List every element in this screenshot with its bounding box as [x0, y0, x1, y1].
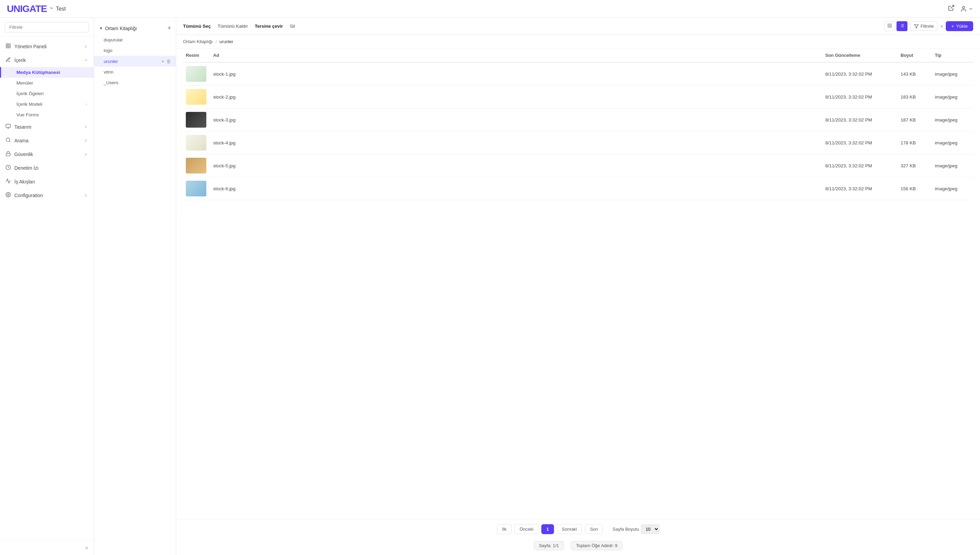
svg-rect-14	[888, 24, 889, 25]
sidebar-item-label-denetim: Denetim İzi	[14, 165, 38, 171]
file-size-cell: 327 KB	[898, 154, 932, 177]
table-row[interactable]: stock-1.jpg 8/11/2023, 3:32:02 PM 143 KB…	[183, 62, 973, 85]
folder-item-users[interactable]: _Users	[94, 77, 176, 88]
file-thumbnail-cell	[183, 109, 210, 132]
page-prev-button[interactable]: Önceki	[514, 524, 538, 534]
file-thumbnail	[186, 89, 206, 105]
sidebar: Yönetim Paneli İçerik Medya Kütüphanesi	[0, 18, 94, 555]
svg-line-10	[9, 141, 10, 142]
sidebar-item-label-yonetim: Yönetim Paneli	[14, 44, 47, 49]
chevron-right-guvenlik-icon	[83, 152, 88, 157]
page-first-button[interactable]: İlk	[497, 524, 512, 534]
file-thumbnail	[186, 135, 206, 151]
folder-delete-urunler-button[interactable]: 🗑	[166, 58, 171, 64]
view-grid-button[interactable]	[884, 21, 895, 31]
sidebar-item-guvenlik[interactable]: Güvenlik	[0, 148, 94, 161]
file-name-cell: stock-2.jpg	[210, 85, 823, 109]
file-name-cell: stock-5.jpg	[210, 154, 823, 177]
folder-item-urunler[interactable]: urunler + 🗑	[94, 56, 176, 67]
file-thumbnail	[186, 158, 206, 173]
deselect-all-button[interactable]: Tümünü Kaldır	[218, 22, 248, 30]
is-akislari-icon	[5, 178, 11, 185]
user-menu[interactable]	[960, 5, 973, 12]
file-name-cell: stock-6.jpg	[210, 177, 823, 200]
svg-rect-4	[8, 46, 10, 48]
file-thumbnail-cell	[183, 177, 210, 200]
chevron-right-arama-icon	[83, 138, 88, 143]
folder-add-urunler-button[interactable]: +	[162, 58, 164, 64]
filter-label: Filtrele	[921, 24, 934, 29]
sidebar-item-label-icerik: İçerik	[14, 58, 26, 63]
folder-item-duyurular[interactable]: duyurular	[94, 35, 176, 45]
page-next-button[interactable]: Sonraki	[557, 524, 582, 534]
external-link-icon[interactable]	[948, 5, 955, 13]
sidebar-subitem-menuler[interactable]: Menüler	[0, 78, 94, 88]
filter-button[interactable]: Filtrele	[910, 22, 938, 31]
folder-panel-header[interactable]: ▼ Ortam Kitaplığı +	[94, 22, 176, 35]
main-layout: Yönetim Paneli İçerik Medya Kütüphanesi	[0, 18, 980, 555]
app-name: Test	[56, 6, 66, 12]
svg-rect-15	[890, 24, 891, 25]
pagination-area: İlk Önceki 1 Sonraki Son Sayfa Boyutu 10…	[176, 519, 980, 555]
file-type-cell: image/jpeg	[932, 62, 973, 85]
content-area: Tümünü Seç Tümünü Kaldır Tersine çevir S…	[176, 18, 980, 555]
sidebar-item-is-akislari[interactable]: İş Akışları	[0, 175, 94, 189]
table-row[interactable]: stock-6.jpg 8/11/2023, 3:32:02 PM 156 KB…	[183, 177, 973, 200]
upload-plus-icon: +	[951, 24, 954, 29]
sidebar-item-arama[interactable]: Arama	[0, 134, 94, 148]
filter-clear-button[interactable]: ×	[940, 24, 943, 29]
upload-button[interactable]: + Yükle	[946, 21, 973, 31]
page-size-dropdown[interactable]: 10 25 50	[641, 525, 659, 534]
svg-marker-24	[914, 24, 918, 28]
file-type-cell: image/jpeg	[932, 177, 973, 200]
top-header: UNIGATE ™ Test	[0, 0, 980, 18]
file-thumbnail-cell	[183, 132, 210, 154]
delete-button[interactable]: Sil	[290, 22, 295, 30]
table-row[interactable]: stock-5.jpg 8/11/2023, 3:32:02 PM 327 KB…	[183, 154, 973, 177]
breadcrumb-root[interactable]: Ortam Kitaplığı	[183, 39, 213, 44]
folder-panel-title: Ortam Kitaplığı	[105, 26, 137, 31]
col-header-type: Tip	[932, 48, 973, 62]
file-thumbnail	[186, 112, 206, 128]
page-last-button[interactable]: Son	[585, 524, 603, 534]
file-table-body: stock-1.jpg 8/11/2023, 3:32:02 PM 143 KB…	[183, 62, 973, 200]
folder-label-vitrin: vitrin	[104, 69, 114, 75]
svg-rect-2	[6, 44, 8, 45]
svg-rect-5	[6, 46, 8, 48]
page-size-select: Sayfa Boyutu 10 25 50	[613, 525, 659, 534]
view-list-button[interactable]	[897, 21, 908, 31]
file-thumbnail	[186, 66, 206, 82]
reverse-button[interactable]: Tersine çevir	[255, 22, 283, 30]
upload-label: Yükle	[956, 24, 968, 29]
page-1-button[interactable]: 1	[541, 524, 554, 534]
folder-item-vitrin[interactable]: vitrin	[94, 67, 176, 77]
sidebar-item-icerik[interactable]: İçerik	[0, 53, 94, 67]
sidebar-subitem-icerik-modeli[interactable]: İçerik Modeli	[0, 99, 94, 109]
svg-rect-16	[890, 26, 891, 27]
folder-item-logo[interactable]: logo	[94, 45, 176, 56]
breadcrumb: Ortam Kitaplığı / urunler	[176, 35, 980, 48]
pagination-bar: İlk Önceki 1 Sonraki Son Sayfa Boyutu 10…	[176, 519, 980, 539]
sidebar-item-configuration[interactable]: Configuration	[0, 189, 94, 202]
table-row[interactable]: stock-3.jpg 8/11/2023, 3:32:02 PM 187 KB…	[183, 109, 973, 132]
sidebar-subitem-icerik-ogeleri[interactable]: İçerik Ögeleri	[0, 88, 94, 99]
sidebar-subitem-medya[interactable]: Medya Kütüphanesi	[0, 67, 94, 78]
sidebar-item-denetim[interactable]: Denetim İzi	[0, 161, 94, 175]
folder-add-button[interactable]: +	[167, 25, 171, 32]
arama-icon	[5, 137, 11, 144]
file-table: Resim Ad Son Güncelleme Boyut Tip stock-…	[183, 48, 973, 200]
table-row[interactable]: stock-2.jpg 8/11/2023, 3:32:02 PM 183 KB…	[183, 85, 973, 109]
file-name-cell: stock-4.jpg	[210, 132, 823, 154]
svg-line-0	[951, 5, 954, 8]
page-size-label: Sayfa Boyutu	[613, 526, 639, 532]
table-row[interactable]: stock-4.jpg 8/11/2023, 3:32:02 PM 178 KB…	[183, 132, 973, 154]
page-info-badge: Sayfa: 1/1	[534, 541, 564, 550]
svg-point-9	[6, 138, 10, 142]
sidebar-item-tasarim[interactable]: Tasarım	[0, 120, 94, 134]
sidebar-subitem-vue-forms[interactable]: Vue Forms	[0, 109, 94, 120]
select-all-button[interactable]: Tümünü Seç	[183, 22, 211, 30]
view-toggle	[884, 21, 908, 31]
collapse-button[interactable]: «	[85, 545, 88, 551]
search-input[interactable]	[5, 22, 89, 32]
sidebar-item-yonetim[interactable]: Yönetim Paneli	[0, 40, 94, 53]
